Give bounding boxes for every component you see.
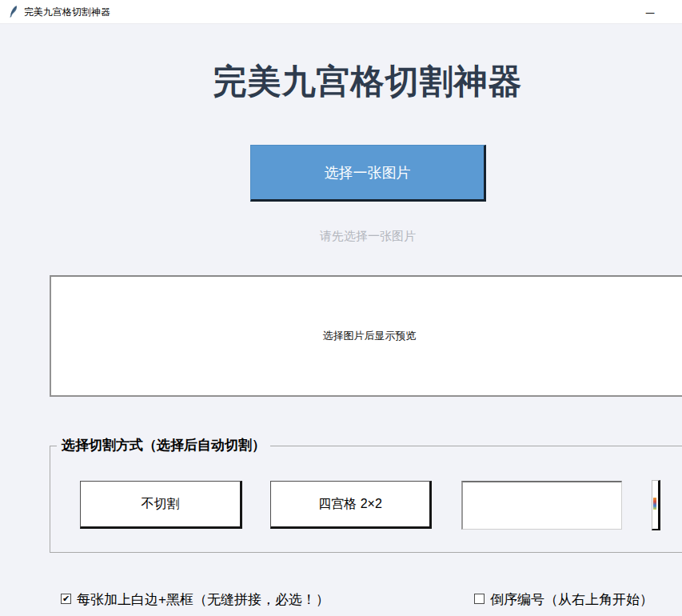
preview-placeholder-text: 选择图片后显示预览: [323, 329, 417, 343]
select-image-button[interactable]: 选择一张图片: [250, 145, 486, 202]
reverse-number-checkbox-label[interactable]: 倒序编号（从右上角开始）: [490, 590, 653, 609]
reverse-number-checkbox[interactable]: [474, 594, 485, 604]
cut-none-button[interactable]: 不切割: [80, 481, 242, 529]
minimize-button[interactable]: ─: [635, 2, 665, 22]
page-title: 完美九宫格切割神器: [0, 59, 682, 104]
python-feather-icon: [7, 5, 21, 18]
cut-options-legend: 选择切割方式（选择后自动切割）: [57, 436, 270, 454]
window-title: 完美九宫格切割神器: [24, 0, 110, 24]
cut-pressed-blank-button[interactable]: [461, 481, 622, 530]
title-bar: 完美九宫格切割神器 ─: [0, 0, 682, 24]
white-border-checkbox[interactable]: ✔: [61, 594, 71, 604]
white-border-checkbox-label[interactable]: 每张加上白边+黑框（无缝拼接，必选！）: [77, 590, 329, 609]
clipped-emoji-icon: [653, 498, 656, 510]
image-preview-area: 选择图片后显示预览: [50, 275, 682, 397]
cut-clipped-right-button[interactable]: [652, 480, 660, 530]
select-image-hint: 请先选择一张图片: [0, 229, 682, 244]
cut-2x2-button[interactable]: 四宫格 2×2: [270, 481, 432, 529]
